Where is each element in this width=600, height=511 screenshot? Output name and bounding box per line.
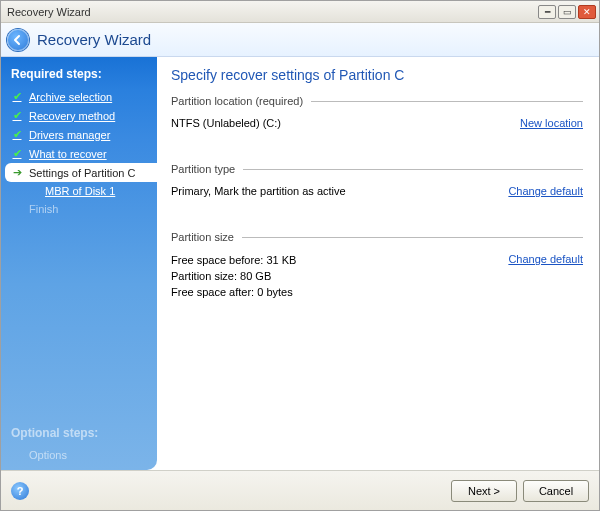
- footer: ? Next > Cancel: [1, 470, 599, 510]
- arrow-right-icon: ➔: [11, 166, 23, 179]
- group-heading-text: Partition type: [171, 163, 235, 175]
- page-title: Specify recover settings of Partition C: [171, 67, 583, 83]
- divider: [311, 101, 583, 102]
- close-button[interactable]: ✕: [578, 5, 596, 19]
- step-label: Finish: [29, 203, 58, 215]
- step-options: Options: [1, 446, 157, 464]
- partition-location-value: NTFS (Unlabeled) (C:): [171, 117, 281, 129]
- back-button[interactable]: [7, 29, 29, 51]
- step-settings-partition-c[interactable]: ➔ Settings of Partition C: [5, 163, 157, 182]
- required-steps-heading: Required steps:: [1, 65, 157, 87]
- group-heading: Partition location (required): [171, 95, 583, 107]
- titlebar-text: Recovery Wizard: [7, 6, 91, 18]
- step-label: Archive selection: [29, 91, 112, 103]
- maximize-button[interactable]: ▭: [558, 5, 576, 19]
- step-mbr-disk-1[interactable]: • MBR of Disk 1: [1, 182, 157, 200]
- help-icon: ?: [17, 485, 24, 497]
- partition-size-values: Free space before: 31 KB Partition size:…: [171, 253, 296, 301]
- check-icon: ✔: [11, 147, 23, 160]
- cancel-button[interactable]: Cancel: [523, 480, 589, 502]
- change-type-link[interactable]: Change default: [508, 185, 583, 197]
- sidebar: Required steps: ✔ Archive selection ✔ Re…: [1, 57, 157, 470]
- body: Required steps: ✔ Archive selection ✔ Re…: [1, 57, 599, 470]
- divider: [242, 237, 583, 238]
- arrow-left-icon: [12, 34, 24, 46]
- header-title: Recovery Wizard: [37, 31, 151, 48]
- recovery-wizard-window: Recovery Wizard ━ ▭ ✕ Recovery Wizard Re…: [0, 0, 600, 511]
- new-location-link[interactable]: New location: [520, 117, 583, 129]
- main-panel: Specify recover settings of Partition C …: [157, 57, 599, 470]
- minimize-button[interactable]: ━: [538, 5, 556, 19]
- step-label: Settings of Partition C: [29, 167, 135, 179]
- group-heading-text: Partition size: [171, 231, 234, 243]
- group-heading-text: Partition location (required): [171, 95, 303, 107]
- change-size-link[interactable]: Change default: [508, 253, 583, 265]
- check-icon: ✔: [11, 90, 23, 103]
- check-icon: ✔: [11, 128, 23, 141]
- group-heading: Partition type: [171, 163, 583, 175]
- step-label: MBR of Disk 1: [45, 185, 115, 197]
- partition-type-value: Primary, Mark the partition as active: [171, 185, 346, 197]
- step-label: Recovery method: [29, 110, 115, 122]
- step-recovery-method[interactable]: ✔ Recovery method: [1, 106, 157, 125]
- step-drivers-manager[interactable]: ✔ Drivers manager: [1, 125, 157, 144]
- step-finish: Finish: [1, 200, 157, 218]
- group-partition-size: Partition size Free space before: 31 KB …: [171, 231, 583, 301]
- optional-steps-heading: Optional steps:: [1, 424, 157, 446]
- step-archive-selection[interactable]: ✔ Archive selection: [1, 87, 157, 106]
- step-label: Drivers manager: [29, 129, 110, 141]
- next-button[interactable]: Next >: [451, 480, 517, 502]
- partition-size: Partition size: 80 GB: [171, 269, 296, 285]
- group-partition-location: Partition location (required) NTFS (Unla…: [171, 95, 583, 129]
- check-icon: ✔: [11, 109, 23, 122]
- help-button[interactable]: ?: [11, 482, 29, 500]
- divider: [243, 169, 583, 170]
- group-partition-type: Partition type Primary, Mark the partiti…: [171, 163, 583, 197]
- step-label: Options: [29, 449, 67, 461]
- free-space-before: Free space before: 31 KB: [171, 253, 296, 269]
- step-label: What to recover: [29, 148, 107, 160]
- titlebar: Recovery Wizard ━ ▭ ✕: [1, 1, 599, 23]
- step-what-to-recover[interactable]: ✔ What to recover: [1, 144, 157, 163]
- group-heading: Partition size: [171, 231, 583, 243]
- free-space-after: Free space after: 0 bytes: [171, 285, 296, 301]
- header: Recovery Wizard: [1, 23, 599, 57]
